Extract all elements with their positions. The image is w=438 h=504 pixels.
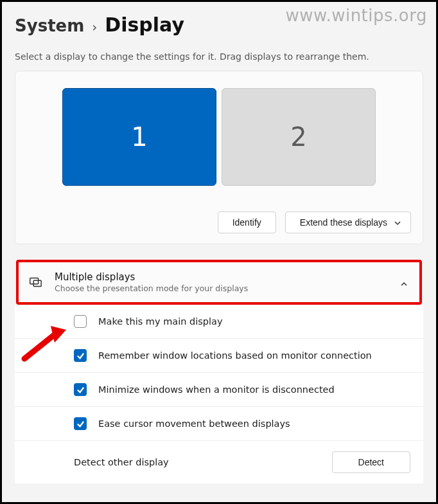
multiple-displays-highlight: Multiple displays Choose the presentatio…	[16, 260, 422, 305]
extend-displays-label: Extend these displays	[300, 217, 387, 228]
svg-rect-0	[30, 278, 39, 284]
breadcrumb-separator: ›	[92, 19, 97, 35]
option-label: Ease cursor movement between displays	[98, 419, 290, 429]
multiple-displays-subtitle: Choose the presentation mode for your di…	[55, 284, 390, 293]
detect-button[interactable]: Detect	[332, 451, 410, 473]
monitor-arrangement[interactable]: 1 2	[27, 88, 411, 186]
checkbox-remember-windows[interactable]	[74, 349, 87, 362]
monitor-1[interactable]: 1	[62, 88, 216, 186]
display-arrangement-card: 1 2 Identify Extend these displays	[15, 71, 423, 244]
detect-label: Detect other display	[74, 457, 169, 467]
helper-text: Select a display to change the settings …	[15, 51, 423, 62]
option-label: Remember window locations based on monit…	[98, 350, 372, 361]
option-label: Make this my main display	[98, 316, 223, 327]
multiple-displays-options: Make this my main display Remember windo…	[15, 305, 423, 483]
multiple-displays-header[interactable]: Multiple displays Choose the presentatio…	[19, 262, 419, 302]
chevron-up-icon	[400, 278, 408, 286]
identify-button[interactable]: Identify	[218, 212, 276, 233]
option-detect-display: Detect other display Detect	[15, 440, 423, 483]
option-ease-cursor[interactable]: Ease cursor movement between displays	[15, 406, 423, 440]
chevron-down-icon	[394, 219, 401, 226]
multiple-displays-icon	[26, 275, 44, 289]
breadcrumb: System › Display	[15, 14, 423, 36]
option-label: Minimize windows when a monitor is disco…	[98, 384, 335, 395]
page-title: Display	[105, 14, 184, 36]
multiple-displays-title: Multiple displays	[55, 271, 390, 283]
checkbox-minimize-windows[interactable]	[74, 383, 87, 396]
checkbox-ease-cursor[interactable]	[74, 417, 87, 430]
checkbox-make-main[interactable]	[74, 315, 87, 328]
option-make-main-display[interactable]: Make this my main display	[15, 305, 423, 338]
extend-displays-dropdown[interactable]: Extend these displays	[285, 212, 411, 233]
option-minimize-windows[interactable]: Minimize windows when a monitor is disco…	[15, 372, 423, 406]
option-remember-windows[interactable]: Remember window locations based on monit…	[15, 338, 423, 372]
svg-rect-1	[33, 280, 41, 286]
breadcrumb-system[interactable]: System	[15, 16, 84, 35]
monitor-2[interactable]: 2	[222, 88, 376, 186]
